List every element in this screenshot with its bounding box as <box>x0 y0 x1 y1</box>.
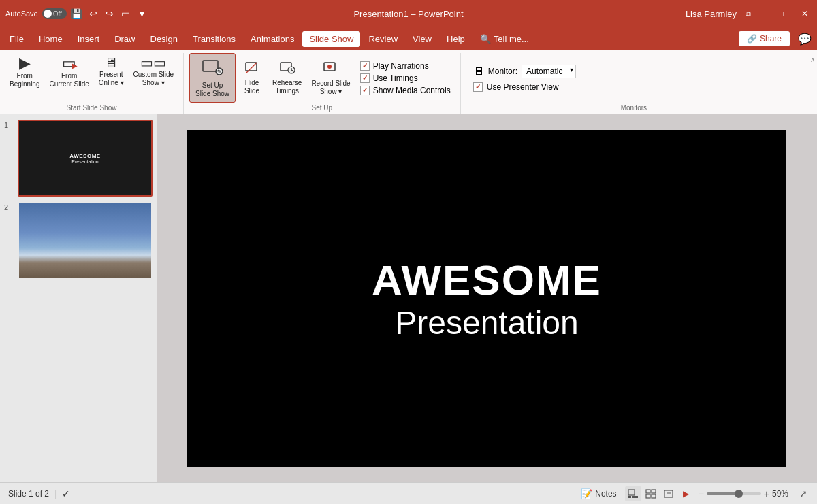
menu-tell[interactable]: 🔍 Tell me... <box>473 31 536 47</box>
view-buttons: ▶ <box>625 486 694 501</box>
svg-rect-12 <box>628 496 631 498</box>
window-title: Presentation1 – PowerPoint <box>274 9 543 19</box>
monitor-icon: 🖥 <box>473 65 484 78</box>
status-separator: | <box>54 489 57 499</box>
svg-rect-14 <box>635 496 638 498</box>
play-narrations-checkbox[interactable] <box>360 61 370 71</box>
normal-view-button[interactable] <box>625 486 641 501</box>
notes-button[interactable]: 📝 Notes <box>577 487 620 501</box>
menu-help[interactable]: Help <box>440 31 472 47</box>
slide-1-content: AWESOME Presentation <box>19 121 151 195</box>
slide-2-content <box>19 203 151 278</box>
slideshow-view-button[interactable]: ▶ <box>678 486 694 501</box>
record-slideshow-icon <box>323 61 338 78</box>
present-online-button[interactable]: 🖥 PresentOnline ▾ <box>95 53 128 90</box>
accessibility-icon[interactable]: ✓ <box>62 488 70 499</box>
zoom-percent: 59% <box>772 489 794 499</box>
slide-image-1[interactable]: AWESOME Presentation <box>18 120 153 197</box>
chat-icon[interactable]: 💬 <box>795 29 814 48</box>
custom-show-icon: ▭▭ <box>140 56 166 69</box>
rehearse-timings-button[interactable]: RehearseTimings <box>268 58 306 98</box>
svg-rect-18 <box>652 494 656 498</box>
customize-icon[interactable]: ▾ <box>136 7 148 20</box>
reading-view-button[interactable] <box>660 486 677 501</box>
menu-transitions[interactable]: Transitions <box>186 31 242 47</box>
zoom-fill <box>707 492 739 495</box>
slide-main-title: AWESOME <box>372 256 602 304</box>
redo-icon[interactable]: ↪ <box>103 7 116 20</box>
minimize-button[interactable]: ─ <box>760 7 773 20</box>
monitor-dropdown[interactable]: Automatic <box>522 65 576 78</box>
monitor-select-input[interactable]: Automatic <box>522 65 576 78</box>
svg-line-4 <box>246 63 257 73</box>
ribbon-group-start-slideshow: ▶ FromBeginning ▭ ▶ FromCurrent Slide 🖥 … <box>0 53 184 114</box>
svg-point-10 <box>327 65 332 69</box>
use-timings-check[interactable]: Use Timings <box>360 73 451 83</box>
notes-label: Notes <box>595 489 616 499</box>
slide-sorter-button[interactable] <box>643 486 659 501</box>
hide-slide-button[interactable]: HideSlide <box>237 58 267 98</box>
ribbon-collapse-button[interactable]: ∧ <box>807 53 817 114</box>
autosave-toggle[interactable]: Off <box>42 8 67 19</box>
slide-info: Slide 1 of 2 <box>8 489 49 499</box>
zoom-in-icon[interactable]: + <box>764 488 769 499</box>
slide-number-1: 1 <box>4 120 14 129</box>
record-slide-show-button[interactable]: Record SlideShow ▾ <box>307 58 354 99</box>
restore-icon[interactable]: ⧉ <box>742 7 754 20</box>
play-from-current-icon: ▭ ▶ <box>62 56 76 71</box>
user-name: Lisa Parmley <box>686 9 737 19</box>
menu-file[interactable]: File <box>3 31 31 47</box>
use-timings-checkbox[interactable] <box>360 73 370 83</box>
setup-slideshow-icon <box>202 58 223 80</box>
monitors-controls: 🖥 Monitor: Automatic Use Presenter View <box>466 53 801 103</box>
present-online-icon: 🖥 <box>104 56 118 69</box>
undo-icon[interactable]: ↩ <box>87 7 99 20</box>
show-media-controls-check[interactable]: Show Media Controls <box>360 86 451 95</box>
maximize-button[interactable]: □ <box>779 7 792 20</box>
present-icon[interactable]: ▭ <box>120 7 132 20</box>
close-button[interactable]: ✕ <box>798 7 812 20</box>
from-beginning-button[interactable]: ▶ FromBeginning <box>5 53 44 91</box>
share-button[interactable]: 🔗 Share <box>739 31 790 46</box>
slide-image-2[interactable] <box>18 202 153 279</box>
hide-slide-icon <box>244 61 259 78</box>
slide-1-title: AWESOME <box>69 153 100 159</box>
status-bar: Slide 1 of 2 | ✓ 📝 Notes ▶ − <box>0 482 817 504</box>
main-canvas: AWESOME Presentation <box>157 114 817 482</box>
monitor-label: Monitor: <box>488 67 517 76</box>
presenter-view-checkbox[interactable] <box>473 82 483 92</box>
play-from-beginning-icon: ▶ <box>19 56 31 71</box>
zoom-slider[interactable] <box>707 492 761 495</box>
custom-slide-show-button[interactable]: ▭▭ Custom SlideShow ▾ <box>129 53 178 90</box>
menu-animations[interactable]: Animations <box>244 31 301 47</box>
main-area: 1 AWESOME Presentation 2 AWESOME Present… <box>0 114 817 482</box>
menu-draw[interactable]: Draw <box>108 31 142 47</box>
svg-rect-16 <box>652 490 656 493</box>
svg-rect-13 <box>632 496 635 498</box>
ribbon-group-monitors: 🖥 Monitor: Automatic Use Presenter View … <box>461 53 807 114</box>
menu-insert[interactable]: Insert <box>71 31 107 47</box>
show-media-controls-checkbox[interactable] <box>360 86 370 95</box>
svg-rect-0 <box>203 61 218 71</box>
from-current-slide-button[interactable]: ▭ ▶ FromCurrent Slide <box>45 53 93 91</box>
slide-main-subtitle: Presentation <box>395 304 579 341</box>
menu-review[interactable]: Review <box>362 31 404 47</box>
play-narrations-check[interactable]: Play Narrations <box>360 61 451 71</box>
menu-home[interactable]: Home <box>32 31 69 47</box>
title-bar: AutoSave Off 💾 ↩ ↪ ▭ ▾ Presentation1 – P… <box>0 0 817 27</box>
set-up-slide-show-button[interactable]: Set UpSlide Show <box>189 53 236 103</box>
setup-checkboxes: Play Narrations Use Timings Show Media C… <box>356 58 455 98</box>
notes-icon: 📝 <box>581 488 592 499</box>
zoom-thumb[interactable] <box>735 490 743 498</box>
slide-number-2: 2 <box>4 202 14 212</box>
menu-view[interactable]: View <box>406 31 438 47</box>
slide-thumbnail-1[interactable]: 1 AWESOME Presentation <box>4 120 153 197</box>
menu-design[interactable]: Design <box>144 31 185 47</box>
zoom-out-icon[interactable]: − <box>699 488 704 499</box>
setup-buttons: Set UpSlide Show HideSlide <box>189 53 455 103</box>
menu-slideshow[interactable]: Slide Show <box>302 31 360 47</box>
slide-thumbnail-2[interactable]: 2 <box>4 202 153 279</box>
fit-to-window-button[interactable]: ⤢ <box>798 487 809 501</box>
save-icon[interactable]: 💾 <box>71 7 83 20</box>
monitors-label: Monitors <box>621 103 647 114</box>
